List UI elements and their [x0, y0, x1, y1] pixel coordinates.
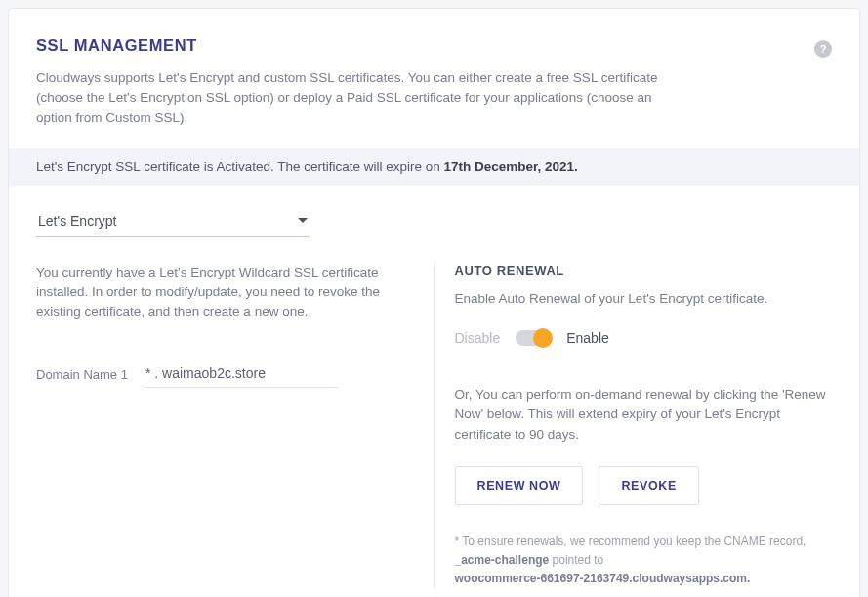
panel-body: Let's Encrypt You currently have a Let's… — [9, 186, 859, 597]
toggle-enable-label: Enable — [566, 330, 609, 346]
status-text: Let's Encrypt SSL certificate is Activat… — [36, 159, 444, 174]
renew-now-description: Or, You can perform on-demand renewal by… — [455, 385, 833, 445]
domain-row: Domain Name 1 — [36, 362, 415, 388]
ssl-type-dropdown[interactable]: Let's Encrypt — [36, 207, 310, 237]
renew-now-button[interactable]: RENEW NOW — [455, 466, 584, 505]
toggle-disable-label: Disable — [455, 330, 501, 346]
columns: You currently have a Let's Encrypt Wildc… — [36, 263, 832, 589]
panel-title: SSL MANAGEMENT — [36, 36, 832, 55]
caret-down-icon — [298, 218, 308, 223]
help-icon[interactable]: ? — [814, 40, 832, 58]
auto-renewal-title: AUTO RENEWAL — [455, 263, 833, 277]
footnote: * To ensure renewals, we recommend you k… — [455, 533, 833, 589]
ssl-management-panel: SSL MANAGEMENT Cloudways supports Let's … — [8, 8, 860, 597]
auto-renewal-description: Enable Auto Renewal of your Let's Encryp… — [455, 289, 833, 309]
status-bar: Let's Encrypt SSL certificate is Activat… — [9, 148, 859, 186]
wildcard-info-text: You currently have a Let's Encrypt Wildc… — [36, 263, 388, 322]
auto-renewal-toggle[interactable] — [516, 330, 551, 346]
panel-description: Cloudways supports Let's Encrypt and cus… — [36, 68, 661, 128]
domain-name-label: Domain Name 1 — [36, 367, 144, 382]
footnote-acme: _acme-challenge — [455, 553, 550, 567]
footnote-hostname: woocommerce-661697-2163749.cloudwaysapps… — [455, 572, 751, 585]
button-row: RENEW NOW REVOKE — [455, 466, 833, 505]
auto-renewal-toggle-row: Disable Enable — [455, 330, 833, 346]
footnote-mid: pointed to — [549, 553, 603, 567]
status-expiry: 17th December, 2021. — [444, 159, 578, 174]
dropdown-selected-label: Let's Encrypt — [38, 213, 117, 229]
left-column: You currently have a Let's Encrypt Wildc… — [36, 263, 434, 589]
footnote-prefix: * To ensure renewals, we recommend you k… — [455, 534, 806, 548]
panel-header: SSL MANAGEMENT Cloudways supports Let's … — [9, 9, 859, 148]
toggle-knob — [533, 328, 553, 348]
domain-name-input[interactable] — [144, 362, 339, 388]
revoke-button[interactable]: REVOKE — [599, 466, 698, 505]
right-column: AUTO RENEWAL Enable Auto Renewal of your… — [434, 263, 833, 589]
